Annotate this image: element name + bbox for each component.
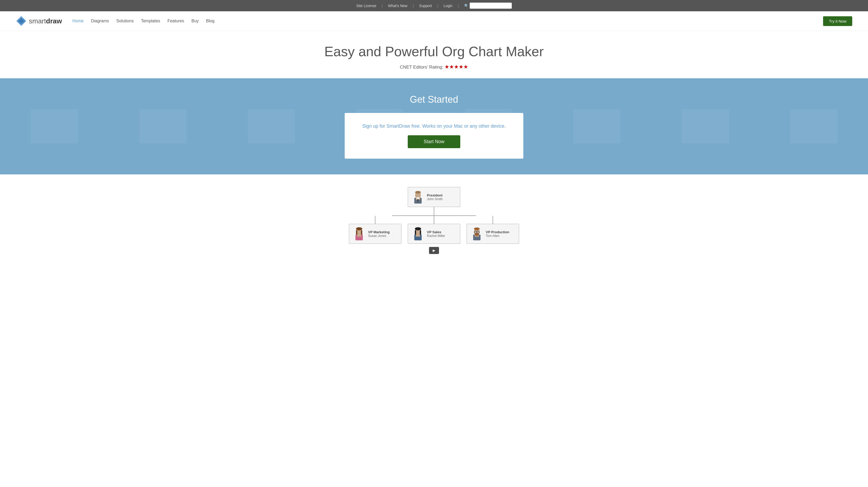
president-node: President John Smith <box>408 187 460 207</box>
president-title: President <box>427 193 443 197</box>
logo[interactable]: smartdraw <box>16 16 62 27</box>
play-tooltip: ▶ <box>429 247 439 254</box>
org-chart: President John Smith <box>349 187 519 244</box>
org-chart-section: President John Smith <box>0 175 868 256</box>
svg-point-26 <box>474 227 480 230</box>
vp-production-node: VP Production Tom Allen <box>467 224 519 244</box>
logo-smart: smart <box>29 17 46 25</box>
vp-sales-name: Rachel Miller <box>427 234 445 238</box>
vp-marketing-branch: VP Marketing Susan Jones <box>349 216 401 244</box>
svg-point-14 <box>356 227 362 231</box>
site-license-link[interactable]: Site License <box>356 4 376 8</box>
login-link[interactable]: Login <box>443 4 453 8</box>
rating-stars: ★★★★★ <box>444 64 468 70</box>
get-started-heading: Get Started <box>5 94 863 105</box>
president-name: John Smith <box>427 197 443 201</box>
vp-production-branch: VP Production Tom Allen <box>467 216 519 244</box>
vp-marketing-title: VP Marketing <box>368 230 390 234</box>
connector-president-down <box>434 207 434 215</box>
signup-text: Sign up for SmartDraw free. Works on you… <box>355 123 513 129</box>
vp-marketing-node: VP Marketing Susan Jones <box>349 224 401 244</box>
nav-blog[interactable]: Blog <box>206 19 214 23</box>
connector-vp-production <box>493 216 493 224</box>
logo-draw: draw <box>46 17 62 25</box>
vp-production-info: VP Production Tom Allen <box>486 230 509 238</box>
get-started-box: Sign up for SmartDraw free. Works on you… <box>345 113 523 159</box>
whats-new-link[interactable]: What's New <box>388 4 407 8</box>
svg-rect-21 <box>415 230 416 235</box>
search-wrap: 🔍 <box>464 3 512 9</box>
support-link[interactable]: Support <box>419 4 432 8</box>
svg-rect-10 <box>418 197 419 199</box>
svg-point-8 <box>415 191 421 193</box>
nav-links: Home Diagrams Solutions Templates Featur… <box>72 19 823 23</box>
vp-marketing-name: Susan Jones <box>368 234 390 238</box>
svg-rect-16 <box>361 230 362 235</box>
main-nav: smartdraw Home Diagrams Solutions Templa… <box>0 11 868 31</box>
vp-production-avatar <box>470 226 483 241</box>
get-started-section: Get Started Sign up for SmartDraw free. … <box>0 78 868 175</box>
nav-templates[interactable]: Templates <box>141 19 160 23</box>
divider1: | <box>382 3 383 8</box>
children-row: VP Marketing Susan Jones <box>349 216 519 244</box>
nav-features[interactable]: Features <box>167 19 184 23</box>
divider4: | <box>458 3 459 8</box>
top-bar: Site License | What's New | Support | Lo… <box>0 0 868 11</box>
hero-rating: CNET Editors' Rating: ★★★★★ <box>5 64 863 70</box>
nav-diagrams[interactable]: Diagrams <box>91 19 109 23</box>
vp-production-name: Tom Allen <box>486 234 509 238</box>
vp-marketing-info: VP Marketing Susan Jones <box>368 230 390 238</box>
president-info: President John Smith <box>427 193 443 201</box>
connector-vp-sales <box>434 216 434 224</box>
vp-sales-info: VP Sales Rachel Miller <box>427 230 445 238</box>
search-input[interactable] <box>470 3 512 9</box>
president-avatar <box>412 189 424 205</box>
connector-vp-marketing <box>375 216 375 224</box>
logo-diamond-icon <box>16 16 27 27</box>
logo-text: smartdraw <box>29 17 62 25</box>
vp-production-title: VP Production <box>486 230 509 234</box>
search-icon: 🔍 <box>464 4 469 8</box>
vp-sales-avatar <box>412 226 424 241</box>
horizontal-line <box>392 215 476 216</box>
vp-sales-title: VP Sales <box>427 230 445 234</box>
connector-h-container <box>392 215 476 216</box>
divider2: | <box>413 3 414 8</box>
svg-rect-9 <box>417 197 418 199</box>
vp-sales-node: VP Sales Rachel Miller ▶ <box>408 224 460 244</box>
svg-point-20 <box>415 227 421 231</box>
rating-label: CNET Editors' Rating: <box>400 65 443 70</box>
try-it-now-button[interactable]: Try it Now <box>823 16 852 26</box>
hero-heading: Easy and Powerful Org Chart Maker <box>5 43 863 59</box>
svg-rect-22 <box>420 230 421 235</box>
vp-sales-branch: VP Sales Rachel Miller ▶ <box>408 216 460 244</box>
vp-marketing-avatar <box>353 226 366 241</box>
get-started-inner: Get Started Sign up for SmartDraw free. … <box>5 94 863 159</box>
svg-rect-15 <box>356 230 357 235</box>
nav-home[interactable]: Home <box>72 19 84 23</box>
hero-section: Easy and Powerful Org Chart Maker CNET E… <box>0 31 868 78</box>
nav-solutions[interactable]: Solutions <box>116 19 134 23</box>
start-now-button[interactable]: Start Now <box>408 135 460 148</box>
divider3: | <box>437 3 438 8</box>
nav-buy[interactable]: Buy <box>191 19 199 23</box>
